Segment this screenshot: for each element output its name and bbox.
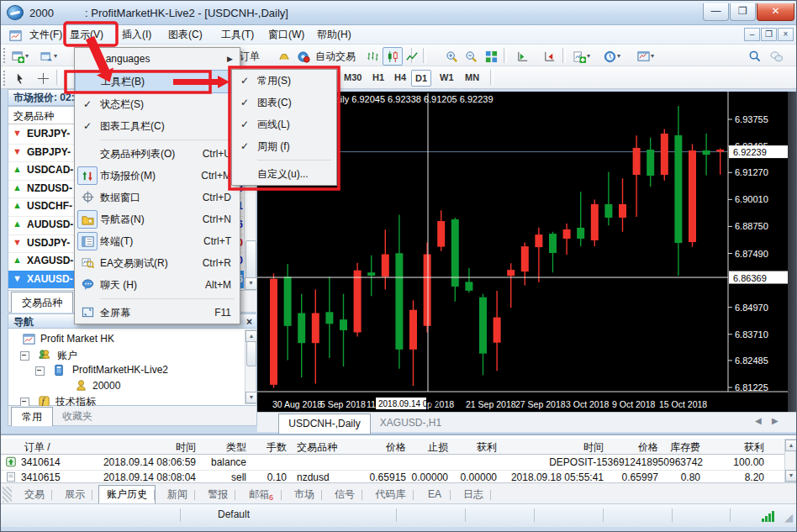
- terminal-tab-信号[interactable]: 信号: [328, 487, 362, 503]
- terminal-column-header[interactable]: 止损: [428, 440, 448, 455]
- chart-window-icon[interactable]: [6, 27, 24, 44]
- period-d1[interactable]: D1: [411, 70, 431, 87]
- terminal-column-header[interactable]: 手数: [267, 440, 287, 455]
- menu-help[interactable]: 帮助(H): [314, 26, 355, 43]
- market-watch-column-header[interactable]: 交易品种: [13, 109, 54, 124]
- menu-item-自定义-u-[interactable]: 自定义(u)...: [232, 163, 336, 185]
- menu-item-导航器-n-[interactable]: 导航器(N)Ctrl+N: [75, 208, 240, 230]
- line-chart-button[interactable]: [402, 47, 422, 66]
- terminal-scrollbar[interactable]: ▲ ▼: [784, 439, 796, 482]
- navigator-scrollbar[interactable]: ▲ ▼: [245, 329, 256, 404]
- terminal-tab-展示[interactable]: 展示: [58, 487, 92, 503]
- child-restore-button[interactable]: ❐: [761, 28, 777, 41]
- terminal-tab-代码库[interactable]: 代码库: [368, 487, 413, 503]
- search-button[interactable]: [744, 47, 764, 66]
- menu-insert[interactable]: 插入(I): [119, 26, 155, 43]
- chart-tab-usdcnh[interactable]: USDCNH-,Daily: [278, 413, 371, 434]
- menu-item-聊天-h-[interactable]: 聊天 (H)Alt+M: [75, 274, 240, 296]
- menu-window[interactable]: 窗口(W): [265, 26, 308, 43]
- menu-item-工具栏-b-[interactable]: 工具栏(B): [75, 70, 240, 93]
- collapse-icon[interactable]: [35, 366, 45, 376]
- tab-common[interactable]: 常用: [11, 407, 53, 426]
- minimize-button[interactable]: —: [703, 3, 729, 21]
- candlestick-chart-button[interactable]: [383, 47, 403, 66]
- menu-tools[interactable]: 工具(T): [218, 26, 257, 43]
- child-close-button[interactable]: ×: [778, 28, 794, 41]
- zoom-in-button[interactable]: [441, 47, 462, 66]
- order-row-3410614[interactable]: 34106142018.09.14 08:06:59balance100.00D…: [1, 455, 797, 471]
- new-chart-dropdown[interactable]: ▾: [25, 52, 29, 60]
- community-chat-button[interactable]: [766, 47, 786, 66]
- terminal-tab-警报[interactable]: 警报: [201, 487, 235, 503]
- crosshair-button[interactable]: [33, 69, 53, 87]
- terminal-column-header[interactable]: 价格: [638, 440, 658, 455]
- period-mn[interactable]: MN: [462, 70, 483, 85]
- terminal-column-header[interactable]: 订单 /: [24, 440, 50, 455]
- menu-item-终端-t-[interactable]: 终端(T)Ctrl+T: [75, 230, 240, 252]
- menu-item-常用-s-[interactable]: ✓常用(S): [232, 70, 336, 92]
- terminal-column-header[interactable]: 价格: [386, 440, 406, 455]
- autotrading-button[interactable]: 自动交易: [293, 47, 356, 66]
- terminal-tab-邮箱[interactable]: 邮箱6: [241, 487, 281, 503]
- cursor-button[interactable]: [9, 69, 29, 87]
- add-indicator-dropdown[interactable]: ▾: [587, 52, 590, 60]
- menu-item-数据窗口[interactable]: 数据窗口Ctrl+D: [75, 187, 240, 208]
- terminal-tab-交易[interactable]: 交易: [18, 487, 51, 503]
- period-m30[interactable]: M30: [340, 70, 365, 85]
- period-h1[interactable]: H1: [369, 70, 388, 85]
- terminal-tab-ea[interactable]: EA: [420, 487, 450, 503]
- child-minimize-button[interactable]: –: [744, 28, 760, 41]
- menu-item-ea交易测试-r-[interactable]: EA交易测试(R)Ctrl+R: [75, 252, 240, 274]
- terminal-column-header[interactable]: 库存费: [670, 440, 700, 455]
- order-row-3410615[interactable]: 34106152018.09.14 08:08:04sell0.10nzdusd…: [1, 470, 797, 483]
- terminal-column-header[interactable]: 交易品种: [297, 440, 337, 455]
- periods-dropdown[interactable]: ▾: [617, 52, 620, 60]
- menu-view[interactable]: 显示(V): [66, 26, 107, 43]
- tab-favorites[interactable]: 收藏夹: [52, 407, 103, 425]
- menu-file[interactable]: 文件(F): [26, 26, 66, 43]
- terminal-column-header[interactable]: 时间: [176, 440, 196, 455]
- menu-item-languages[interactable]: Languages▶: [75, 48, 240, 70]
- tile-windows-button[interactable]: [481, 47, 501, 66]
- profiles-dropdown[interactable]: ▾: [54, 52, 57, 60]
- auto-scroll-button[interactable]: [512, 47, 532, 66]
- menu-item-市场报价-m-[interactable]: 市场报价(M)Ctrl+M: [75, 165, 240, 187]
- terminal-column-header[interactable]: 时间: [583, 440, 604, 455]
- chart-tab-xagusd[interactable]: XAGUSD-,H1: [371, 413, 451, 433]
- period-h4[interactable]: H4: [391, 70, 409, 85]
- resize-grip-icon[interactable]: ◢: [784, 511, 793, 524]
- maximize-button[interactable]: ❐: [730, 3, 756, 21]
- menu-item-图表-c-[interactable]: ✓图表(C): [232, 92, 336, 113]
- tab-symbols[interactable]: 交易品种: [11, 292, 73, 313]
- menu-item-周期-f-[interactable]: ✓周期 (f): [232, 135, 336, 157]
- menu-charts[interactable]: 图表(C): [165, 26, 206, 43]
- toolbar-grip[interactable]: [3, 71, 8, 86]
- terminal-column-header[interactable]: 获利: [477, 440, 497, 455]
- close-button[interactable]: ✕: [757, 3, 794, 21]
- chart-shift-button[interactable]: [539, 47, 559, 66]
- history-center-button[interactable]: [273, 47, 293, 66]
- tree-item-账户[interactable]: 账户: [8, 347, 256, 363]
- menu-item-交易品种列表-o-[interactable]: 交易品种列表(O)Ctrl+U: [75, 143, 240, 165]
- menu-item-画线-l-[interactable]: ✓画线(L): [232, 113, 336, 135]
- menu-item-全屏幕[interactable]: 全屏幕F11: [75, 302, 240, 324]
- menu-item-图表工具栏-c-[interactable]: ✓图表工具栏(C): [75, 115, 240, 137]
- menu-item-状态栏-s-[interactable]: ✓状态栏(S): [75, 93, 240, 115]
- bar-chart-button[interactable]: [362, 47, 383, 66]
- zoom-out-button[interactable]: [461, 47, 481, 66]
- chart-tabs-prev-icon[interactable]: ◀: [755, 416, 762, 425]
- status-profile[interactable]: Default: [218, 508, 250, 520]
- terminal-column-header[interactable]: 类型: [226, 440, 246, 455]
- terminal-column-header[interactable]: 获利: [744, 440, 764, 455]
- terminal-tab-新闻[interactable]: 新闻: [161, 487, 194, 503]
- tree-item-profit-market-hk[interactable]: Profit Market HK: [8, 331, 256, 347]
- chart-tabs-next-icon[interactable]: ▶: [772, 416, 779, 425]
- templates-dropdown[interactable]: ▾: [651, 52, 654, 60]
- terminal-tab-账户历史[interactable]: 账户历史: [98, 485, 156, 505]
- collapse-icon[interactable]: [20, 351, 29, 361]
- terminal-tabs-grip[interactable]: [3, 487, 12, 503]
- tree-item-20000[interactable]: 20000: [8, 378, 256, 394]
- terminal-tab-日志[interactable]: 日志: [457, 487, 490, 503]
- tree-item-profitmarkethk-live2[interactable]: ProfitMarketHK-Live2: [8, 362, 256, 378]
- navigator-close-icon[interactable]: ×: [246, 314, 252, 329]
